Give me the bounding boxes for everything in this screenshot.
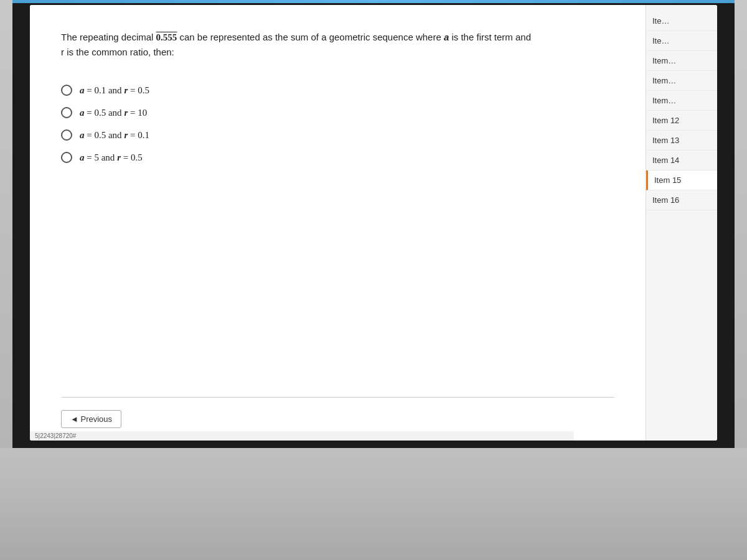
question-text: The repeating decimal 0.555 can be repre… (61, 30, 571, 60)
option-4-label: a = 5 and r = 0.5 (80, 152, 143, 163)
option-3[interactable]: a = 0.5 and r = 0.1 (61, 129, 614, 141)
question-middle2: is the first term and (449, 32, 531, 42)
option-2-label: a = 0.5 and r = 10 (80, 108, 147, 118)
right-sidebar: Ite… Ite… Item… Item… Item… Item 12 Item… (646, 5, 717, 441)
laptop-bottom: 🐾 📋 🔍 📊 T N A ⚙️ 🎵 📻 tv 🖥️ 🌈 ⭐ 📷 🎵 Q 🎶 ⏺… (0, 448, 747, 560)
question-intro: The repeating decimal (61, 32, 156, 42)
radio-4[interactable] (61, 152, 72, 163)
screen-bezel: The repeating decimal 0.555 can be repre… (12, 0, 735, 448)
option-2[interactable]: a = 0.5 and r = 10 (61, 107, 614, 118)
option-1-label: a = 0.1 and r = 0.5 (80, 85, 149, 96)
sidebar-item-16[interactable]: Item 16 (646, 190, 717, 210)
sidebar-item-12[interactable]: Item 12 (646, 111, 717, 131)
options-list: a = 0.1 and r = 0.5 a = 0.5 and r = 10 a… (61, 85, 614, 163)
option-3-label: a = 0.5 and r = 0.1 (80, 130, 149, 141)
bottom-nav: ◄ Previous (61, 397, 614, 428)
radio-2[interactable] (61, 107, 72, 118)
url-text: 5|2243|28720# (35, 432, 76, 439)
sidebar-item-14[interactable]: Item 14 (646, 151, 717, 170)
decimal-value: 0.555 (156, 32, 177, 42)
radio-1[interactable] (61, 85, 72, 96)
sidebar-item-7[interactable]: Ite… (646, 11, 717, 31)
url-bar: 5|2243|28720# (30, 431, 574, 441)
option-1[interactable]: a = 0.1 and r = 0.5 (61, 85, 614, 96)
laptop-outer: The repeating decimal 0.555 can be repre… (0, 0, 747, 560)
question-newline: r is the common ratio, then: (61, 47, 174, 57)
option-4[interactable]: a = 5 and r = 0.5 (61, 152, 614, 163)
sidebar-item-8[interactable]: Ite… (646, 31, 717, 51)
sidebar-item-9[interactable]: Item… (646, 51, 717, 71)
screen: The repeating decimal 0.555 can be repre… (30, 5, 717, 441)
sidebar-item-11[interactable]: Item… (646, 91, 717, 111)
sidebar-item-13[interactable]: Item 13 (646, 131, 717, 151)
top-accent-bar (12, 0, 735, 3)
main-content: The repeating decimal 0.555 can be repre… (30, 5, 646, 441)
radio-3[interactable] (61, 129, 72, 141)
previous-button[interactable]: ◄ Previous (61, 410, 121, 428)
sidebar-item-15[interactable]: Item 15 (646, 170, 717, 190)
question-middle: can be represented as the sum of a geome… (177, 32, 444, 42)
sidebar-item-10[interactable]: Item… (646, 71, 717, 91)
